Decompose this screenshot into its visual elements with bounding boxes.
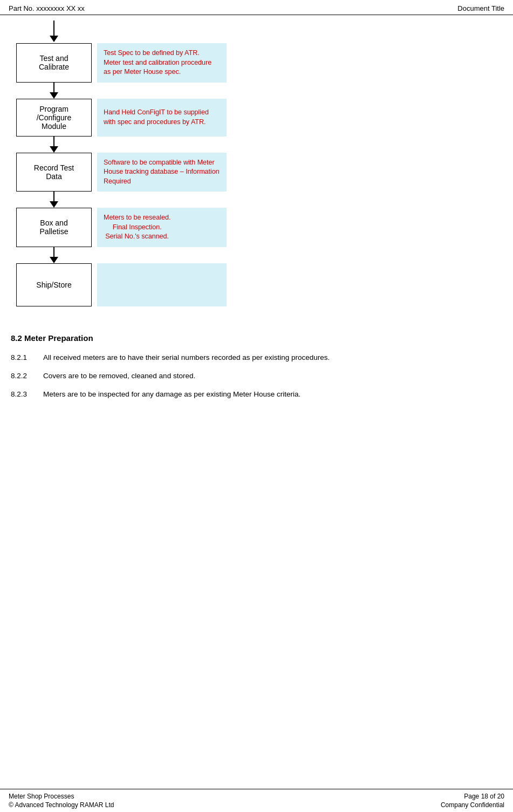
footer-right-2: Company Confidential	[441, 801, 504, 809]
para-text-2: Covers are to be removed, cleaned and st…	[43, 371, 502, 381]
para-num-1: 8.2.1	[11, 352, 43, 363]
para-num-3: 8.2.3	[11, 389, 43, 400]
para-text-3: Meters are to be inspected for any damag…	[43, 389, 502, 400]
info-box-ship-store	[97, 263, 227, 306]
section-num: 8.2	[11, 333, 22, 343]
header-right: Document Title	[457, 4, 504, 12]
process-box-ship-store: Ship/Store	[16, 263, 92, 306]
initial-arrow	[16, 21, 92, 43]
process-box-test-calibrate: Test and Calibrate	[16, 43, 92, 83]
flow-step-box-palletise: Box and Palletise Meters to be resealed.…	[16, 208, 497, 247]
footer-left-2: © Advanced Technology RAMAR Ltd	[9, 801, 114, 809]
arrow-2	[16, 137, 92, 153]
process-box-box-palletise: Box and Palletise	[16, 208, 92, 247]
flow-diagram: Test and Calibrate Test Spec to be defin…	[0, 15, 513, 317]
para-3: 8.2.3 Meters are to be inspected for any…	[11, 389, 502, 400]
section-title: Meter Preparation	[24, 333, 93, 343]
process-box-record-test: Record Test Data	[16, 153, 92, 192]
flow-step-ship-store: Ship/Store	[16, 263, 497, 306]
header-left: Part No. xxxxxxxx XX xx	[9, 4, 85, 12]
page-footer: Meter Shop Processes Page 18 of 20 © Adv…	[0, 789, 513, 812]
section-heading: 8.2 Meter Preparation	[11, 333, 502, 343]
para-num-2: 8.2.2	[11, 371, 43, 381]
para-1: 8.2.1 All received meters are to have th…	[11, 352, 502, 363]
arrow-4	[16, 247, 92, 263]
process-box-program-configure: Program /Configure Module	[16, 99, 92, 137]
page-header: Part No. xxxxxxxx XX xx Document Title	[0, 0, 513, 15]
footer-row1: Meter Shop Processes Page 18 of 20	[9, 793, 504, 800]
arrow-3	[16, 192, 92, 208]
info-box-record-test: Software to be compatible with Meter Hou…	[97, 153, 227, 192]
footer-right-1: Page 18 of 20	[464, 793, 504, 800]
info-box-test-calibrate: Test Spec to be defined by ATR. Meter te…	[97, 43, 227, 83]
flow-step-test-calibrate: Test and Calibrate Test Spec to be defin…	[16, 43, 497, 83]
info-box-box-palletise: Meters to be resealed. Final Inspection.…	[97, 208, 227, 247]
footer-row2: © Advanced Technology RAMAR Ltd Company …	[9, 801, 504, 809]
footer-left-1: Meter Shop Processes	[9, 793, 74, 800]
arrow-1	[16, 83, 92, 99]
flow-step-program-configure: Program /Configure Module Hand Held ConF…	[16, 99, 497, 137]
para-2: 8.2.2 Covers are to be removed, cleaned …	[11, 371, 502, 381]
para-text-1: All received meters are to have their se…	[43, 352, 502, 363]
flow-step-record-test: Record Test Data Software to be compatib…	[16, 153, 497, 192]
info-box-program-configure: Hand Held ConFigIT to be supplied with s…	[97, 99, 227, 137]
body-section: 8.2 Meter Preparation 8.2.1 All received…	[0, 317, 513, 419]
